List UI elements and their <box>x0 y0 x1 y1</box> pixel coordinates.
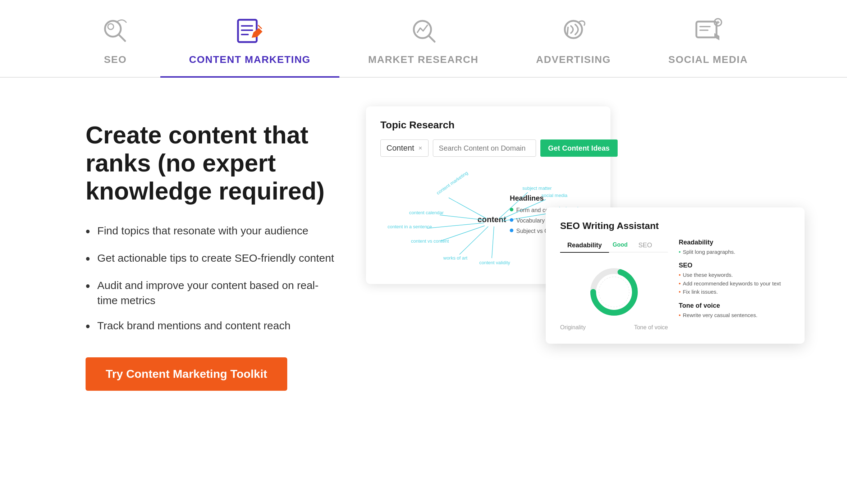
tab-social-media[interactable]: SOCIAL MEDIA <box>640 14 777 76</box>
content-marketing-icon <box>234 14 266 47</box>
metric-tone-title: Tone of voice <box>679 302 790 310</box>
gauge-svg <box>585 263 643 321</box>
metric-readability-item-1: Split long paragraphs. <box>679 248 790 256</box>
tab-advertising-label: ADVERTISING <box>536 54 611 65</box>
headlines-title: Headlines <box>510 194 596 202</box>
svg-line-1 <box>119 35 125 41</box>
get-ideas-button[interactable]: Get Content Ideas <box>540 139 618 157</box>
tab-content-marketing[interactable]: CONTENT MARKETING <box>160 14 339 78</box>
metric-tone-item-1: Rewrite very casual sentences. <box>679 312 790 319</box>
metric-seo-item-2: Add recommended keywords to your text <box>679 280 790 287</box>
feature-item-4: Track brand mentions and content reach <box>86 318 337 335</box>
svg-line-19 <box>449 198 486 219</box>
clear-tag-button[interactable]: × <box>418 145 422 152</box>
svg-line-27 <box>459 226 488 255</box>
advertising-icon <box>557 14 590 47</box>
headline-dot-2 <box>510 218 513 222</box>
main-content: Create content that ranks (no expert kno… <box>28 78 819 412</box>
svg-text:subject matter: subject matter <box>522 185 552 191</box>
gauge-area: Originality Tone of voice <box>560 260 668 331</box>
seo-icon <box>99 14 132 47</box>
metric-readability-title: Readability <box>679 239 790 246</box>
svg-point-2 <box>108 24 114 29</box>
svg-rect-12 <box>696 22 716 37</box>
topic-research-title: Topic Research <box>380 119 596 131</box>
social-media-icon <box>692 14 724 47</box>
seo-card-title: SEO Writing Assistant <box>560 220 790 232</box>
metric-seo: SEO Use these keywords. Add recommended … <box>679 262 790 295</box>
market-research-icon <box>407 14 440 47</box>
main-headline: Create content that ranks (no expert kno… <box>86 121 337 205</box>
seo-writing-assistant-card: SEO Writing Assistant Readability Good S… <box>546 207 805 344</box>
tab-market-research-label: MARKET RESEARCH <box>368 54 479 65</box>
metric-seo-title: SEO <box>679 262 790 269</box>
tab-advertising[interactable]: ADVERTISING <box>507 14 640 76</box>
tab-seo-score[interactable]: SEO <box>631 239 659 252</box>
metric-tone: Tone of voice Rewrite very casual senten… <box>679 302 790 319</box>
left-panel: Create content that ranks (no expert kno… <box>86 106 337 391</box>
svg-text:content calendar: content calendar <box>409 210 444 215</box>
right-panel: Topic Research Content × Get Content Ide… <box>366 106 761 322</box>
svg-text:content marketing: content marketing <box>435 170 469 196</box>
seo-tab-row: Readability Good SEO <box>560 239 668 253</box>
tone-of-voice-label: Tone of voice <box>634 324 668 331</box>
metric-seo-item-3: Fix link issues. <box>679 288 790 295</box>
headline-dot-1 <box>510 208 513 211</box>
svg-point-39 <box>599 277 629 307</box>
metric-readability: Readability Split long paragraphs. <box>679 239 790 256</box>
search-tag: Content × <box>380 139 429 157</box>
seo-card-body: Readability Good SEO <box>560 239 790 331</box>
svg-text:content validity: content validity <box>479 260 510 265</box>
search-domain-input[interactable] <box>433 139 536 157</box>
cta-button[interactable]: Try Content Marketing Toolkit <box>86 357 287 391</box>
tab-good[interactable]: Good <box>609 239 631 252</box>
feature-item-3: Audit and improve your content based on … <box>86 278 337 308</box>
tab-seo-label: SEO <box>104 54 127 65</box>
tab-market-research[interactable]: MARKET RESEARCH <box>339 14 507 76</box>
tab-social-media-label: SOCIAL MEDIA <box>668 54 748 65</box>
search-tag-text: Content <box>386 143 414 153</box>
feature-item-2: Get actionable tips to create SEO-friend… <box>86 251 337 268</box>
nav-tabs: SEO CONTENT MARKETING MARKET RESEARCH <box>0 0 847 78</box>
svg-text:works of art: works of art <box>443 255 468 261</box>
svg-text:content in a sentence: content in a sentence <box>388 224 432 229</box>
search-row: Content × Get Content Ideas <box>380 139 596 157</box>
tab-seo[interactable]: SEO <box>70 14 160 76</box>
svg-line-9 <box>429 36 435 42</box>
svg-line-11 <box>567 27 568 35</box>
tab-readability[interactable]: Readability <box>560 239 609 253</box>
gauge-labels: Originality Tone of voice <box>560 324 668 331</box>
originality-label: Originality <box>560 324 586 331</box>
svg-line-23 <box>427 223 484 228</box>
tab-content-marketing-label: CONTENT MARKETING <box>189 54 311 65</box>
seo-tabs-area: Readability Good SEO <box>560 239 668 331</box>
metric-seo-item-1: Use these keywords. <box>679 271 790 279</box>
svg-line-29 <box>492 226 494 258</box>
svg-text:content vs content: content vs content <box>411 238 449 244</box>
feature-item-1: Find topics that resonate with your audi… <box>86 223 337 240</box>
headline-dot-3 <box>510 229 513 232</box>
feature-list: Find topics that resonate with your audi… <box>86 223 337 336</box>
seo-metrics: Readability Split long paragraphs. SEO U… <box>679 239 790 325</box>
